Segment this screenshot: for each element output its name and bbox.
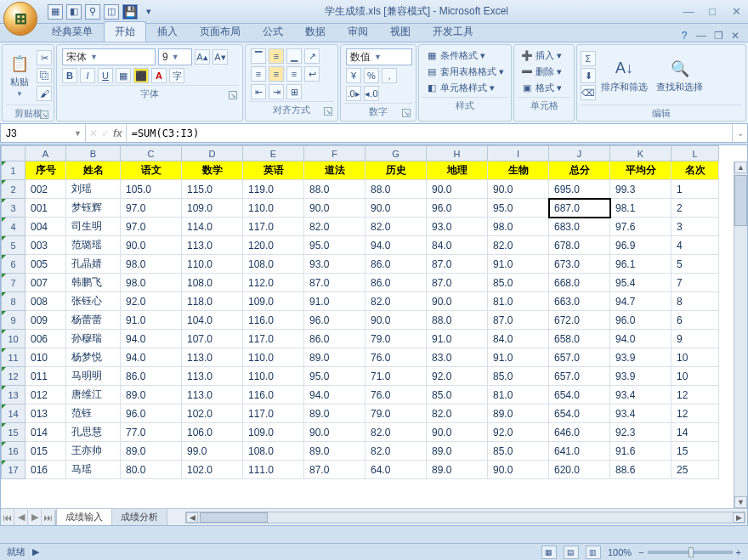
format-painter-button[interactable]: 🖌: [37, 86, 52, 101]
header-cell[interactable]: 历史: [366, 161, 427, 180]
bold-button[interactable]: B: [62, 68, 77, 83]
cell[interactable]: 90.0: [488, 461, 549, 479]
cell[interactable]: 96.9: [610, 236, 672, 255]
cell[interactable]: 93.4: [610, 404, 672, 423]
col-header[interactable]: G: [366, 146, 427, 161]
paste-button[interactable]: 📋 粘贴 ▼: [6, 52, 33, 99]
cell[interactable]: 657.0: [549, 367, 610, 386]
cell[interactable]: 91.0: [121, 311, 182, 330]
cell[interactable]: 91.0: [488, 255, 549, 274]
formula-input[interactable]: =SUM(C3:I3): [127, 124, 732, 142]
scroll-down-icon[interactable]: ▼: [734, 496, 747, 508]
cell[interactable]: 92.0: [488, 423, 549, 442]
header-cell[interactable]: 序号: [26, 161, 66, 180]
cell[interactable]: 张钰心: [66, 292, 121, 311]
cell[interactable]: 695.0: [549, 180, 610, 199]
cell[interactable]: 109.0: [243, 423, 304, 442]
header-cell[interactable]: 道法: [304, 161, 366, 180]
qat-btn-4[interactable]: ◫: [104, 4, 119, 20]
cell[interactable]: 91.0: [427, 330, 488, 348]
cell[interactable]: 011: [26, 367, 66, 386]
cell[interactable]: 82.0: [488, 236, 549, 255]
header-cell[interactable]: 地理: [427, 161, 488, 180]
cell[interactable]: 84.0: [488, 330, 549, 348]
cell[interactable]: 99.0: [182, 442, 243, 461]
cell[interactable]: 90.0: [427, 423, 488, 442]
cell[interactable]: 82.0: [366, 423, 427, 442]
cell[interactable]: 王亦帅: [66, 442, 121, 461]
launcher-icon[interactable]: ↘: [402, 109, 411, 117]
row-header[interactable]: 5: [2, 236, 26, 255]
col-header[interactable]: A: [26, 146, 66, 161]
cell[interactable]: 95.4: [610, 274, 672, 292]
cell[interactable]: 99.3: [610, 180, 672, 199]
cell[interactable]: 85.0: [488, 367, 549, 386]
vertical-scrollbar[interactable]: ▲ ▼: [734, 161, 747, 508]
row-header[interactable]: 15: [2, 423, 26, 442]
ribbon-tab-3[interactable]: 页面布局: [189, 21, 252, 42]
cell[interactable]: 117.0: [243, 404, 304, 423]
cell[interactable]: 663.0: [549, 292, 610, 311]
scroll-thumb[interactable]: [734, 175, 747, 226]
qat-btn-3[interactable]: ⚲: [85, 4, 100, 20]
row-header[interactable]: 8: [2, 292, 26, 311]
ribbon-tab-7[interactable]: 视图: [379, 21, 422, 42]
launcher-icon[interactable]: ↘: [229, 91, 237, 99]
fx-icon[interactable]: fx: [113, 127, 122, 139]
cell[interactable]: 641.0: [549, 442, 610, 461]
row-header[interactable]: 9: [2, 311, 26, 330]
cell[interactable]: 94.0: [366, 236, 427, 255]
qat-btn-1[interactable]: ▦: [48, 4, 63, 20]
cell[interactable]: 96.0: [610, 311, 672, 330]
align-left-button[interactable]: ≡: [251, 66, 266, 82]
col-header[interactable]: I: [488, 146, 549, 161]
find-select-button[interactable]: 🔍 查找和选择: [653, 57, 706, 95]
zoom-in-button[interactable]: +: [736, 547, 741, 557]
cell[interactable]: 91.0: [488, 348, 549, 367]
col-header[interactable]: E: [243, 146, 304, 161]
cell[interactable]: 106.0: [182, 423, 243, 442]
cell[interactable]: 71.0: [366, 367, 427, 386]
cell[interactable]: 98.0: [121, 274, 182, 292]
cell[interactable]: 89.0: [304, 348, 366, 367]
cell[interactable]: 95.0: [304, 236, 366, 255]
cell[interactable]: 87.0: [304, 461, 366, 479]
cell[interactable]: 98.1: [610, 199, 672, 218]
row-header[interactable]: 14: [2, 404, 26, 423]
cell[interactable]: 6: [672, 311, 719, 330]
cell[interactable]: 678.0: [549, 236, 610, 255]
cell[interactable]: 25: [672, 461, 719, 479]
cell[interactable]: 108.0: [243, 255, 304, 274]
shrink-font-button[interactable]: A▾: [212, 49, 228, 65]
row-header[interactable]: 17: [2, 461, 26, 479]
cell[interactable]: 015: [26, 442, 66, 461]
cell[interactable]: 杨蕾蕾: [66, 311, 121, 330]
cell[interactable]: 8: [672, 292, 719, 311]
cell[interactable]: 64.0: [366, 461, 427, 479]
sheet-nav-next-icon[interactable]: ▶: [28, 510, 42, 525]
ribbon-tab-4[interactable]: 公式: [252, 21, 294, 42]
row-header[interactable]: 3: [2, 199, 26, 218]
cell[interactable]: 93.0: [427, 218, 488, 236]
cell[interactable]: 104.0: [182, 311, 243, 330]
header-cell[interactable]: 名次: [672, 161, 719, 180]
cell[interactable]: 90.0: [121, 236, 182, 255]
cell[interactable]: 93.9: [610, 367, 672, 386]
align-bottom-button[interactable]: ▁: [286, 48, 302, 64]
row-header[interactable]: 13: [2, 386, 26, 404]
cell[interactable]: 115.0: [182, 180, 243, 199]
select-all-corner[interactable]: [2, 146, 26, 161]
launcher-icon[interactable]: ↘: [324, 107, 332, 116]
cell[interactable]: 司生明: [66, 218, 121, 236]
cell[interactable]: 孔晶婧: [66, 255, 121, 274]
cell[interactable]: 109.0: [182, 199, 243, 218]
cell[interactable]: 013: [26, 404, 66, 423]
cell[interactable]: 84.0: [427, 236, 488, 255]
row-header[interactable]: 2: [2, 180, 26, 199]
cell[interactable]: 97.0: [121, 199, 182, 218]
cell[interactable]: 116.0: [243, 386, 304, 404]
cell[interactable]: 94.0: [610, 330, 672, 348]
macro-icon[interactable]: ▶: [32, 546, 39, 557]
indent-dec-button[interactable]: ⇤: [251, 84, 266, 99]
cell[interactable]: 92.0: [427, 367, 488, 386]
